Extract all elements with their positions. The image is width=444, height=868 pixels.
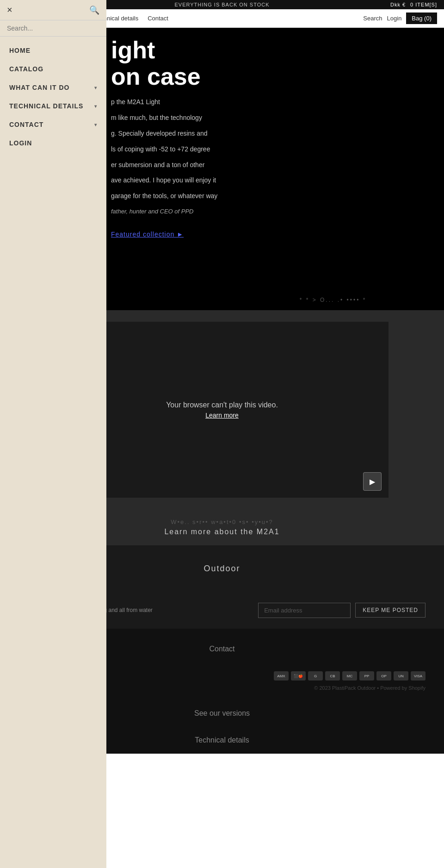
video-cant-play-text: Your browser can't play this video. (166, 401, 278, 409)
search-icon[interactable]: 🔍 (89, 5, 99, 15)
sidebar-nav: HOME CATALOG WHAT CAN IT DO ▾ TECHNICAL … (0, 37, 106, 157)
sidebar-search-bar (0, 20, 106, 37)
play-button[interactable]: ▶ (363, 472, 382, 491)
learn-more-link[interactable]: Learn more (205, 412, 239, 419)
outdoor-title[interactable]: Outdoor (204, 564, 240, 574)
email-input[interactable] (258, 603, 351, 618)
hero-title: ight on case (111, 37, 338, 90)
sidebar-item-technical-details[interactable]: TECHNICAL DETAILS ▾ (0, 97, 106, 115)
cart-count-badge[interactable]: 0 ITEM[S] (410, 2, 437, 7)
hero-signature: father, hunter and CEO of PPD (111, 206, 305, 217)
apple-pay-icon: ⬛🍎 (291, 671, 306, 681)
search-button[interactable]: Search (363, 15, 382, 22)
featured-collection-link[interactable]: Featured collection ► (111, 231, 184, 238)
sidebar-header: × 🔍 (0, 0, 106, 20)
mastercard-icon: MC (342, 671, 357, 681)
search-input[interactable] (7, 25, 99, 32)
google-pay-icon: G (308, 671, 323, 681)
sidebar-item-what-can-it-do[interactable]: WHAT CAN IT DO ▾ (0, 78, 106, 97)
chevron-down-icon: ▾ (94, 122, 97, 127)
close-icon[interactable]: × (7, 5, 12, 15)
topbar-right: Dkk € 0 ITEM[S] (390, 2, 437, 7)
currency-toggle[interactable]: Dkk € (390, 2, 406, 7)
cart-button[interactable]: Bag (0) (406, 12, 437, 24)
payment-icons: AMX ⬛🍎 G CB MC PP OP UN VISA (274, 671, 426, 681)
chevron-down-icon: ▾ (94, 104, 97, 109)
cb-icon: CB (325, 671, 340, 681)
sidebar: × 🔍 HOME CATALOG WHAT CAN IT DO ▾ TECHNI… (0, 0, 106, 868)
paypal-icon: PP (359, 671, 374, 681)
sidebar-item-login[interactable]: LOGIN (0, 134, 106, 152)
announcement-text: EVERYTHING IS BACK ON STOCK (174, 2, 269, 7)
sidebar-item-home[interactable]: HOME (0, 41, 106, 60)
opay-icon: OP (376, 671, 391, 681)
keep-me-posted-button[interactable]: KEEP ME POSTED (355, 603, 426, 618)
nav-item-contact[interactable]: Contact (143, 15, 173, 22)
amex-icon: AMX (274, 671, 289, 681)
visa-icon: VISA (411, 671, 426, 681)
scroll-indicator: * * > O... .• •••• * (111, 297, 444, 303)
sidebar-item-contact[interactable]: CONTACT ▾ (0, 115, 106, 134)
login-button[interactable]: Login (387, 15, 402, 22)
nav-bar-right: Search Login Bag (0) (363, 12, 437, 24)
newsletter-form: KEEP ME POSTED (258, 603, 426, 618)
hero-body-text: p the M2A1 Light m like much, but the te… (111, 97, 305, 217)
chevron-down-icon: ▾ (94, 85, 97, 90)
unionpay-icon: UN (394, 671, 408, 681)
sidebar-item-catalog[interactable]: CATALOG (0, 60, 106, 78)
